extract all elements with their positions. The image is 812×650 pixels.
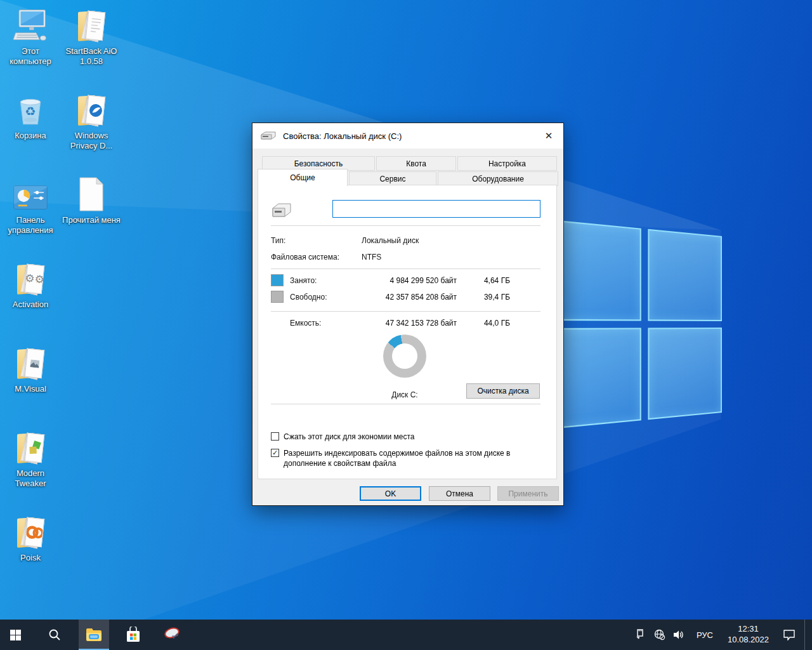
desktop-icon-modern-tweaker[interactable]: Modern Tweaker	[1, 428, 60, 489]
folder-icon	[62, 91, 121, 128]
desktop-icon-label: M.Visual	[1, 384, 60, 394]
divider	[271, 225, 540, 226]
desktop-icon-recycle-bin[interactable]: ♻ Корзина	[1, 91, 60, 141]
snipping-tool-button[interactable]: ✂	[157, 620, 188, 650]
desktop-icon-label: Activation	[1, 300, 60, 310]
clock-date: 10.08.2022	[728, 635, 769, 646]
logo-pane	[553, 220, 641, 321]
desktop-icon-label: Poisk	[1, 553, 60, 563]
used-space-swatch	[271, 274, 284, 286]
desktop-icon-label: Windows Privacy D...	[62, 131, 121, 151]
folder-icon	[1, 344, 60, 381]
desktop-icon-activation[interactable]: ⚙⚙ Activation	[1, 260, 60, 310]
divider	[271, 269, 540, 269]
window-title: Свойства: Локальный диск (C:)	[283, 131, 402, 141]
drive-icon-large	[271, 202, 292, 219]
free-space-swatch	[271, 291, 284, 303]
compress-checkbox-label[interactable]: Сжать этот диск для экономии места	[284, 432, 532, 442]
free-label: Свободно:	[290, 293, 327, 302]
divider	[271, 311, 540, 312]
search-icon	[48, 628, 61, 641]
tab-customize[interactable]: Настройка	[457, 156, 557, 171]
folder-icon	[62, 6, 121, 43]
desktop-icon-poisk[interactable]: Poisk	[1, 513, 60, 563]
free-size: 39,4 ГБ	[453, 293, 510, 302]
desktop-icon-label: Панель управления	[1, 215, 60, 235]
disk-caption: Диск C:	[367, 390, 443, 399]
capacity-bytes: 47 342 153 728 байт	[330, 319, 457, 328]
taskbar: ✂ РУС	[0, 620, 812, 650]
computer-icon	[1, 6, 60, 43]
cancel-button[interactable]: Отмена	[429, 486, 490, 501]
disk-usage-donut-chart	[383, 335, 426, 378]
network-no-internet-icon[interactable]	[652, 620, 667, 650]
file-explorer-button[interactable]	[79, 620, 109, 650]
drive-icon	[260, 131, 277, 140]
recycle-bin-icon: ♻	[1, 91, 60, 128]
desktop-icon-label: Прочитай меня	[62, 215, 121, 225]
tab-tools[interactable]: Сервис	[349, 171, 436, 186]
close-icon[interactable]: ✕	[534, 123, 563, 149]
free-bytes: 42 357 854 208 байт	[330, 293, 457, 302]
desktop-icon-this-pc[interactable]: Этот компьютер	[1, 6, 60, 67]
index-checkbox-label[interactable]: Разрешить индексировать содержимое файло…	[284, 448, 528, 468]
window-titlebar: Свойства: Локальный диск (C:) ✕	[252, 123, 563, 149]
svg-text:♻: ♻	[25, 105, 36, 118]
desktop-icon-startback[interactable]: StartBack AiO 1.0.58	[62, 6, 121, 67]
document-icon	[62, 175, 121, 212]
disk-cleanup-button[interactable]: Очистка диска	[466, 383, 540, 399]
volume-icon[interactable]	[672, 620, 687, 650]
logo-pane	[648, 229, 722, 321]
show-desktop-button[interactable]	[804, 620, 808, 650]
folder-icon: ⚙⚙	[1, 260, 60, 296]
language-indicator[interactable]: РУС	[691, 630, 718, 640]
tab-general[interactable]: Общие	[258, 169, 348, 186]
desktop-icon-mvisual[interactable]: M.Visual	[1, 344, 60, 394]
filesystem-label: Файловая система:	[271, 253, 339, 262]
disk-properties-window: Свойства: Локальный диск (C:) ✕ Безопасн…	[252, 123, 564, 506]
filesystem-value: NTFS	[362, 253, 381, 262]
usb-safely-remove-icon[interactable]	[632, 620, 648, 650]
capacity-label: Емкость:	[290, 319, 321, 328]
desktop-icon-label: Корзина	[1, 131, 60, 141]
desktop-icon-windows-privacy[interactable]: Windows Privacy D...	[62, 91, 121, 151]
search-button[interactable]	[39, 620, 70, 650]
apply-button: Применить	[497, 486, 559, 501]
action-center-icon[interactable]	[778, 620, 800, 650]
volume-label-input[interactable]	[332, 200, 540, 218]
wallpaper-windows-logo	[553, 220, 722, 429]
clock-time: 12:31	[728, 624, 769, 635]
type-label: Тип:	[271, 236, 285, 245]
capacity-size: 44,0 ГБ	[453, 319, 510, 328]
used-bytes: 4 984 299 520 байт	[330, 276, 457, 285]
used-size: 4,64 ГБ	[453, 276, 510, 285]
type-value: Локальный диск	[362, 236, 419, 245]
desktop-icon-label: Этот компьютер	[1, 46, 60, 67]
windows-start-icon	[10, 630, 21, 640]
ok-button[interactable]: OK	[360, 486, 421, 501]
folder-icon	[1, 428, 60, 465]
tab-hardware[interactable]: Оборудование	[438, 171, 558, 186]
index-checkbox[interactable]: ✓	[271, 449, 279, 457]
folder-icon	[1, 513, 60, 550]
snipping-tool-icon: ✂	[163, 627, 182, 642]
control-panel-icon	[1, 175, 60, 212]
logo-pane	[553, 328, 641, 428]
desktop-icon-label: Modern Tweaker	[1, 468, 60, 489]
file-explorer-icon	[86, 628, 102, 642]
start-button[interactable]	[0, 620, 30, 650]
used-label: Занято:	[290, 276, 317, 285]
desktop-icon-control-panel[interactable]: Панель управления	[1, 175, 60, 235]
general-tab-page: Тип: Локальный диск Файловая система: NT…	[258, 185, 557, 479]
desktop-icon-label: StartBack AiO 1.0.58	[62, 46, 121, 67]
logo-pane	[648, 328, 722, 420]
taskbar-clock[interactable]: 12:31 10.08.2022	[723, 624, 774, 646]
tab-quota[interactable]: Квота	[376, 156, 456, 171]
microsoft-store-icon	[126, 627, 141, 643]
compress-checkbox[interactable]	[271, 432, 279, 441]
desktop-icon-readme[interactable]: Прочитай меня	[62, 175, 121, 225]
divider	[271, 404, 540, 404]
microsoft-store-button[interactable]	[118, 620, 148, 650]
